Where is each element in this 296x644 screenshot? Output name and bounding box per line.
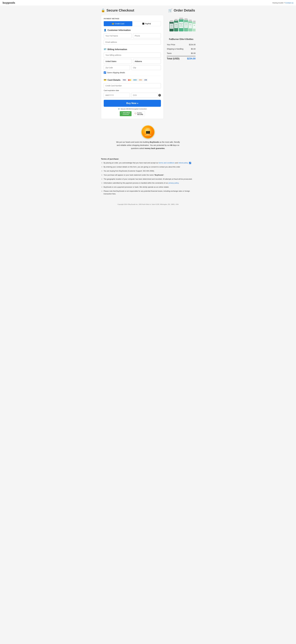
shipping-value: $0.00 (191, 48, 196, 50)
terms-checkbox[interactable] (189, 162, 191, 164)
svg-rect-19 (184, 18, 188, 20)
checkout-card: PAYMENT METHOD 💳 Credit Card 🅿 PayPal Cu… (101, 15, 164, 119)
same-shipping-label: Same shipping details (107, 72, 125, 74)
svg-rect-13 (179, 18, 183, 20)
guarantee-section: 100% MONEY 60DAYS BACK GUARANTEE We put … (101, 123, 195, 152)
credit-card-button[interactable]: 💳 Credit Card (104, 21, 132, 26)
discover-icon: DISC (138, 79, 143, 81)
secured-badge: ✓ SECURED TrustGuard (120, 111, 132, 116)
terms-conditions-link[interactable]: terms and conditions (159, 162, 175, 164)
paypal-icon: 🅿 (142, 23, 144, 25)
page-title-row: Secure Checkout Order Details (101, 8, 195, 12)
footer-text: Copyright 2024 ©BuyGoods Inc, 1000 North… (118, 204, 178, 205)
full-name-input[interactable] (104, 33, 132, 38)
terms-item-1: By placing an order, you acknowledge tha… (104, 162, 195, 164)
secure-checkout-label: Secure Checkout (107, 8, 134, 12)
taxes-value: $0.00 (191, 52, 196, 54)
shield-icon-sm: 🛡️ (118, 108, 120, 110)
guarantee-text-part1: We put our hearts and souls into buildin… (116, 141, 150, 143)
your-price-row: Your Price $234.00 (167, 42, 196, 47)
name-phone-row (104, 33, 161, 38)
svg-text:FatBurner: FatBurner (179, 23, 183, 24)
payment-buttons: 💳 Credit Card 🅿 PayPal (104, 21, 161, 26)
badge-days: 60DAYS (146, 131, 150, 134)
billing-icon: 🪪 (104, 48, 107, 51)
paypal-label: PayPal (145, 23, 151, 25)
shipping-row: Shipping & Handling $0.00 (167, 47, 196, 51)
terms-item-8: Please note that BuyGoods is not respons… (104, 190, 195, 195)
your-price-value: $234.00 (189, 44, 196, 46)
product-name: FatBurner Elite 6 Bottles (167, 38, 196, 40)
taxes-row: Taxes $0.00 (167, 51, 196, 56)
state-select[interactable]: Alabama Alaska Arizona California Florid… (133, 59, 161, 64)
header-right: Having trouble ? Contact us (273, 2, 294, 4)
your-price-label: Your Price (167, 44, 175, 46)
billing-section: 🪪 Billing Information United States Cana… (104, 48, 161, 74)
credit-card-label: Credit Card (115, 23, 124, 25)
card-chip-icon (104, 78, 107, 81)
refund-policy-link[interactable]: refund policy (178, 162, 188, 164)
expiry-cvv-row: ? (104, 93, 161, 98)
svg-text:rner: rner (175, 25, 177, 26)
terms-item-7: BuyGoods is not a payment processor or b… (104, 186, 195, 188)
card-details-section: Card Details VISA 🔴🟡 AMEX DISC JCB Card … (104, 76, 161, 98)
svg-text:rner: rner (185, 25, 186, 26)
svg-rect-30 (193, 21, 196, 22)
badge-money: MONEY (146, 130, 150, 131)
same-shipping-checkbox[interactable] (104, 72, 106, 74)
svg-text:Burne: Burne (189, 24, 191, 25)
svg-text:rner: rner (171, 26, 172, 27)
cvv-input[interactable] (131, 93, 157, 98)
svg-text:FatBu: FatBu (185, 24, 187, 24)
cart-icon (168, 8, 172, 12)
billing-info-label: Billing Information (108, 48, 127, 51)
phone-input[interactable] (133, 33, 161, 38)
terms-item-4: Your purchase will appear on your bank s… (104, 174, 195, 176)
mcafee-text: McAfeeSECURE (137, 112, 143, 115)
privacy-policy-link[interactable]: privacy policy (168, 182, 178, 184)
contact-link[interactable]: Contact us (285, 2, 294, 4)
email-input[interactable] (104, 40, 161, 44)
two-col-layout: PAYMENT METHOD 💳 Credit Card 🅿 PayPal Cu… (101, 15, 195, 119)
billing-info-title: 🪪 Billing Information (104, 48, 161, 51)
customer-info-label: Customer Information (108, 29, 131, 32)
amex-icon: AMEX (133, 79, 138, 81)
state-select-wrap: Alabama Alaska Arizona California Florid… (133, 59, 161, 64)
expiry-input[interactable] (104, 93, 130, 98)
card-number-input[interactable] (104, 83, 161, 88)
country-select[interactable]: United States Canada United Kingdom Aust… (104, 59, 132, 64)
buy-now-button[interactable]: Buy Now » (104, 100, 161, 107)
billing-address-input[interactable] (104, 52, 161, 58)
terms-list: By placing an order, you acknowledge tha… (101, 162, 195, 195)
terms-item-6: Information submitted by this payment pr… (104, 182, 195, 184)
secured-badge-line2: TrustGuard (123, 114, 129, 115)
terms-item-2: By entering your contact details on this… (104, 166, 195, 168)
jcb-icon: JCB (144, 79, 148, 81)
customer-info-title: Customer Information (104, 29, 161, 32)
cvv-help-icon[interactable]: ? (158, 94, 161, 96)
country-state-row: United States Canada United Kingdom Aust… (104, 59, 161, 64)
terms-title: Terms of purchase: (101, 158, 195, 160)
card-details-label: Card Details (108, 79, 121, 81)
badge-guarantee: GUARANTEE (145, 135, 151, 136)
total-row: Total (USD) $234.00 (167, 56, 196, 61)
credit-card-icon: 💳 (112, 23, 114, 25)
svg-text:Elite: Elite (194, 25, 195, 26)
security-row: 🛡️ Secure 256 Bit Encrypted Connection (104, 108, 161, 110)
badge-back: BACK (147, 134, 149, 135)
logo-text: buygoods (2, 1, 15, 4)
svg-rect-25 (189, 20, 192, 21)
badge-100: 100% (146, 128, 150, 130)
country-select-wrap: United States Canada United Kingdom Aust… (104, 59, 132, 64)
city-input[interactable] (131, 65, 161, 70)
zip-input[interactable] (104, 65, 130, 70)
terms-item-3: You are buying from BuyGoods (Customer S… (104, 170, 195, 172)
mcafee-shield-icon: 🛡 (135, 112, 137, 115)
guarantee-badge: 100% MONEY 60DAYS BACK GUARANTEE (142, 126, 154, 138)
order-details: FatBu rner elite FatBu rner elite (167, 15, 196, 61)
svg-text:elite: elite (175, 26, 177, 27)
total-value: $234.00 (187, 57, 196, 60)
svg-text:FatBu: FatBu (175, 24, 177, 25)
paypal-button[interactable]: 🅿 PayPal (132, 21, 161, 26)
security-badges: ✓ SECURED TrustGuard 🛡 McAfeeSECURE (104, 111, 161, 116)
